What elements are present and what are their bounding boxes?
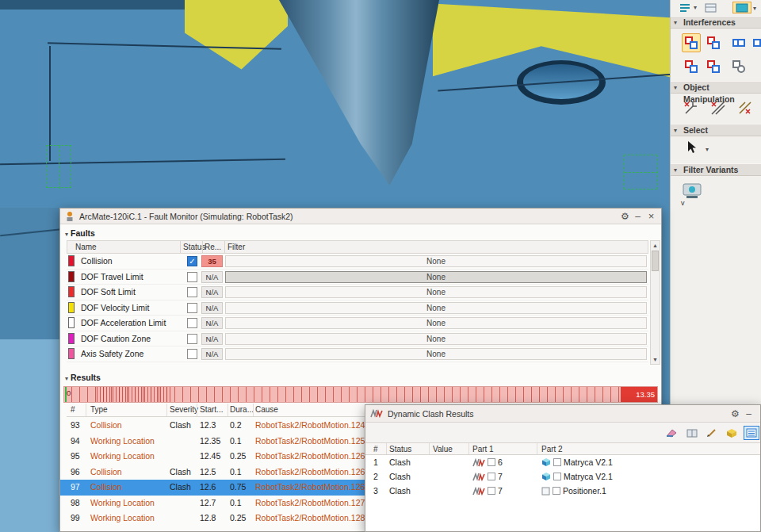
distance-check-icon[interactable] — [729, 57, 748, 76]
fault-timeline[interactable]: 0 13.35 — [63, 386, 658, 403]
fault-row[interactable]: DOF Travel Limit ✓ N/A None — [67, 270, 648, 285]
col-duration[interactable]: Dura... — [230, 404, 254, 415]
fault-status-checkbox[interactable]: ✓ — [187, 349, 197, 359]
part1-checkbox[interactable] — [488, 473, 495, 480]
section-select[interactable]: ▾ Select — [671, 124, 761, 136]
results-section-toggle[interactable]: ▾Results — [65, 373, 101, 382]
active-view-glyph — [736, 3, 748, 13]
part1-checkbox[interactable] — [488, 487, 495, 495]
faults-scrollbar[interactable]: ▲ ▼ — [650, 240, 660, 365]
fault-filter-field[interactable]: None — [225, 271, 647, 283]
col-cause[interactable]: Cause — [255, 404, 278, 415]
fault-filter-field[interactable]: None — [225, 317, 647, 329]
clash-part2-cell[interactable]: Positioner.1 — [541, 484, 606, 498]
report-icon[interactable] — [684, 426, 700, 440]
pocket-bottom-edge — [0, 159, 285, 165]
minimize-icon[interactable]: – — [743, 408, 755, 420]
fault-status-checkbox[interactable]: ✓ — [187, 334, 197, 344]
jog-mechanism-icon[interactable] — [682, 98, 702, 119]
interference-analysis-icon[interactable] — [682, 33, 701, 52]
smart-move-icon[interactable] — [736, 98, 756, 119]
clash-part1-cell[interactable]: 7 — [472, 469, 503, 484]
col-part1[interactable]: Part 1 — [472, 444, 494, 454]
result-cause: RobotTask2/RobotMotion.128 — [255, 511, 365, 526]
fault-filter-field[interactable]: None — [225, 302, 647, 314]
col-start[interactable]: Start... — [200, 404, 223, 415]
variant-filter-icon[interactable]: v — [680, 179, 707, 206]
dynamic-clash-results-window: Dynamic Clash Results ⚙ – # Status Value… — [365, 404, 761, 532]
part2-checkbox[interactable] — [553, 487, 560, 495]
clash-part1-cell[interactable]: 7 — [472, 484, 503, 498]
fault-status-checkbox[interactable]: ✓ — [187, 272, 197, 282]
fault-filter-field[interactable]: None — [225, 286, 647, 298]
show-3d-icon[interactable] — [724, 426, 740, 440]
clash-row[interactable]: 1 Clash 6 Matryca V2.1 — [365, 455, 760, 469]
fault-status-checkbox[interactable]: ✓ — [187, 256, 197, 266]
result-number: 99 — [71, 511, 80, 526]
minimize-icon[interactable]: – — [632, 210, 644, 223]
section-object-manipulation[interactable]: ▾ Object Manipulation — [671, 81, 761, 94]
col-type[interactable]: Type — [90, 404, 108, 415]
fault-filter-field[interactable]: None — [225, 255, 647, 267]
faults-section-toggle[interactable]: ▾Faults — [65, 228, 95, 238]
col-filter[interactable]: Filter — [228, 242, 245, 253]
col-name[interactable]: Name — [75, 242, 97, 253]
fault-row[interactable]: DOF Acceleration Limit ✓ N/A None — [67, 316, 648, 331]
select-dropdown-icon[interactable]: ▾ — [706, 146, 709, 153]
col-severity[interactable]: Severity — [170, 404, 198, 415]
scroll-up-icon[interactable]: ▲ — [651, 241, 660, 250]
col-part2[interactable]: Part 2 — [541, 444, 563, 454]
fault-monitor-titlebar[interactable]: ArcMate-120iC.1 - Fault Monitor (Simulat… — [60, 209, 661, 224]
clash-part2-cell[interactable]: Matryca V2.1 — [541, 455, 613, 469]
settings-gear-icon[interactable]: ⚙ — [729, 408, 741, 420]
annotate-pen-icon[interactable] — [704, 426, 720, 440]
close-icon[interactable]: × — [645, 210, 657, 223]
saved-views-dropdown-icon[interactable]: ▾ — [694, 4, 697, 11]
clash-status: Clash — [389, 469, 411, 484]
section-interferences[interactable]: ▾ Interferences — [671, 16, 761, 29]
settings-gear-icon[interactable]: ⚙ — [619, 210, 631, 223]
fault-row[interactable]: Collision ✓ 35 None — [67, 254, 648, 270]
clearance-check-icon[interactable] — [729, 33, 748, 52]
part2-checkbox[interactable] — [553, 458, 561, 466]
col-status[interactable]: Status — [389, 444, 411, 454]
clash-window-titlebar[interactable]: Dynamic Clash Results — [365, 405, 760, 423]
list-view-icon[interactable] — [744, 426, 759, 440]
left-face-lit — [0, 339, 62, 532]
section-filter-variants[interactable]: ▾ Filter Variants — [671, 163, 761, 176]
clash-row[interactable]: 3 Clash 7 Positioner.1 — [365, 484, 760, 498]
saved-views-icon[interactable] — [677, 2, 693, 13]
fault-row[interactable]: Axis Safety Zone ✓ N/A None — [67, 346, 648, 362]
fault-row[interactable]: DOF Soft Limit ✓ N/A None — [67, 285, 648, 300]
capture-frames-icon[interactable] — [702, 2, 718, 13]
fault-status-checkbox[interactable]: ✓ — [187, 287, 197, 297]
penetration-check-icon[interactable] — [704, 57, 723, 76]
collapse-icon: ▾ — [65, 375, 68, 382]
part1-checkbox[interactable] — [488, 458, 495, 466]
band-analysis-icon[interactable] — [750, 33, 761, 52]
contact-check-icon[interactable] — [682, 57, 701, 76]
col-num[interactable]: # — [373, 444, 378, 454]
fault-row[interactable]: DOF Velocity Limit ✓ N/A None — [67, 300, 648, 316]
active-view-icon[interactable] — [732, 2, 751, 13]
clash-part1-cell[interactable]: 6 — [472, 455, 503, 469]
clash-detection-icon[interactable] — [704, 33, 723, 52]
col-value[interactable]: Value — [433, 444, 453, 454]
scrollbar-thumb[interactable] — [652, 251, 659, 271]
scroll-down-icon[interactable]: ▼ — [651, 355, 660, 364]
select-cursor-icon[interactable] — [685, 140, 701, 157]
col-num[interactable]: # — [71, 404, 75, 415]
clash-row[interactable]: 2 Clash 7 Matryca V2.1 — [365, 469, 760, 484]
result-type: Collision — [90, 480, 122, 496]
active-view-dropdown-icon[interactable]: ▾ — [753, 5, 756, 12]
fault-row[interactable]: DOF Caution Zone ✓ N/A None — [67, 331, 648, 347]
clash-part2-cell[interactable]: Matryca V2.1 — [541, 469, 613, 484]
part2-checkbox[interactable] — [553, 473, 561, 480]
fault-filter-field[interactable]: None — [225, 348, 647, 360]
fault-filter-field[interactable]: None — [225, 333, 647, 345]
snap-move-icon[interactable] — [709, 98, 729, 119]
fault-status-checkbox[interactable]: ✓ — [187, 318, 197, 328]
erase-results-icon[interactable] — [663, 426, 679, 440]
col-results[interactable]: Re... — [205, 242, 221, 253]
fault-status-checkbox[interactable]: ✓ — [187, 303, 197, 313]
